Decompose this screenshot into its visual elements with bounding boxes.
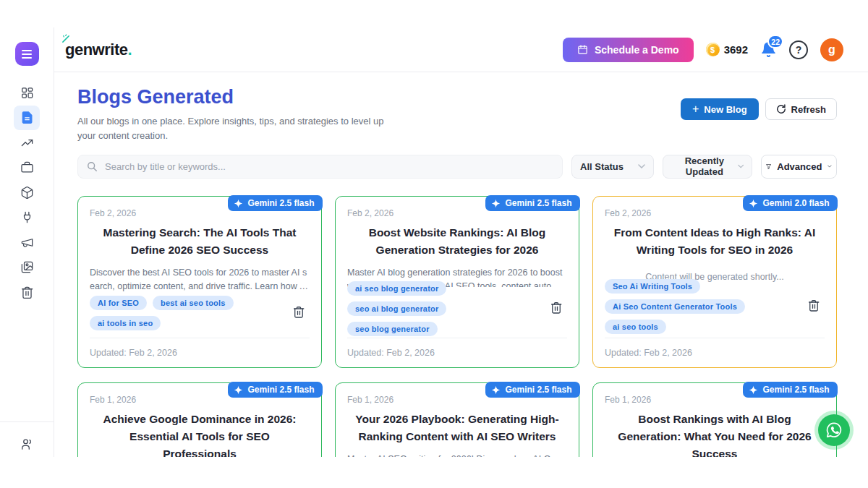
schedule-demo-button[interactable]: Schedule a Demo [563, 38, 694, 62]
app-viewport: genwrite. Schedule a Demo $ 3692 22 [0, 0, 868, 488]
sidebar-item-trash[interactable] [14, 280, 40, 305]
sidebar-item-team[interactable] [14, 432, 40, 457]
sidebar-item-blogs[interactable] [14, 106, 40, 131]
media-images-icon [20, 260, 34, 274]
card-footer: Updated: Feb 2, 2026 [347, 338, 567, 359]
analytics-trend-icon [20, 136, 34, 150]
card-title: Mastering Search: The AI Tools That Defi… [90, 224, 310, 259]
whatsapp-chat-button[interactable] [818, 414, 850, 446]
trash-icon [20, 286, 34, 299]
credits-value: 3692 [724, 43, 748, 56]
sidebar-item-briefcase[interactable] [14, 155, 40, 181]
refresh-icon [776, 104, 786, 114]
megaphone-icon [20, 236, 34, 249]
trash-icon [807, 299, 820, 312]
app-frame: genwrite. Schedule a Demo $ 3692 22 [0, 27, 868, 457]
new-blog-button[interactable]: + New Blog [681, 98, 759, 120]
sidebar-nav [14, 80, 40, 305]
calendar-icon [577, 44, 588, 55]
topbar: genwrite. Schedule a Demo $ 3692 22 [54, 27, 868, 72]
cards-grid: Gemini 2.5 flash Feb 2, 2026 Mastering S… [77, 196, 837, 457]
card-tags: Seo Ai Writing ToolsAi Seo Content Gener… [605, 279, 794, 334]
blog-card[interactable]: Gemini 2.5 flash Feb 1, 2026 Your 2026 P… [335, 382, 579, 457]
blog-tag[interactable]: seo blog generator [347, 322, 438, 336]
sidebar-item-integrations[interactable] [14, 205, 40, 231]
card-tags-row: AI for SEObest ai seo toolsai tools in s… [90, 296, 310, 330]
refresh-button[interactable]: Refresh [765, 98, 837, 120]
card-title: Boost Rankings with AI Blog Generation: … [605, 411, 825, 457]
blog-card[interactable]: Gemini 2.5 flash Feb 2, 2026 Boost Websi… [335, 196, 579, 368]
delete-blog-button[interactable] [804, 296, 823, 317]
credits-counter[interactable]: $ 3692 [706, 43, 748, 56]
coin-icon: $ [706, 43, 720, 56]
funnel-icon [766, 162, 771, 171]
page-subtitle: All our blogs in one place. Explore insi… [77, 114, 399, 143]
main-area: genwrite. Schedule a Demo $ 3692 22 [54, 27, 868, 457]
model-badge: Gemini 2.5 flash [485, 195, 579, 211]
search-icon [87, 161, 98, 172]
status-filter-select[interactable]: All Status [571, 155, 654, 179]
card-updated-date: Updated: Feb 2, 2026 [605, 348, 692, 358]
model-badge: Gemini 2.5 flash [228, 195, 322, 211]
card-updated-date: Updated: Feb 2, 2026 [90, 348, 177, 358]
model-badge-label: Gemini 2.5 flash [505, 385, 571, 395]
sidebar-bottom-section [0, 421, 54, 457]
gemini-sparkle-icon [234, 385, 243, 395]
dashboard-icon [20, 86, 34, 100]
delete-blog-button[interactable] [289, 302, 308, 323]
card-footer: Updated: Feb 2, 2026 [90, 338, 310, 359]
blog-tag[interactable]: ai seo blog generator [347, 281, 446, 296]
blog-tag[interactable]: Seo Ai Writing Tools [605, 279, 700, 294]
blog-tag[interactable]: AI for SEO [90, 296, 147, 310]
blog-card[interactable]: Gemini 2.5 flash Feb 2, 2026 Mastering S… [77, 196, 322, 368]
avatar[interactable]: g [820, 38, 843, 61]
model-badge-label: Gemini 2.5 flash [762, 385, 829, 395]
card-tags-row: ai seo blog generatorseo ai blog generat… [347, 287, 567, 330]
sidebar-item-media[interactable] [14, 255, 40, 281]
chevron-down-icon [827, 164, 832, 168]
model-badge-label: Gemini 2.5 flash [247, 198, 314, 208]
model-badge: Gemini 2.5 flash [743, 382, 837, 398]
search-box [77, 155, 563, 179]
notification-count-badge: 22 [767, 35, 783, 48]
card-updated-date: Updated: Feb 2, 2026 [347, 348, 435, 358]
blog-tag[interactable]: best ai seo tools [153, 296, 234, 310]
sidebar [0, 27, 54, 457]
help-button[interactable]: ? [789, 40, 808, 59]
sort-filter-select[interactable]: Recently Updated [663, 155, 752, 179]
blog-card[interactable]: Gemini 2.5 flash Feb 1, 2026 Boost Ranki… [592, 382, 837, 457]
sidebar-item-dashboard[interactable] [14, 80, 40, 106]
whatsapp-icon [825, 421, 843, 440]
sidebar-toggle-button[interactable] [15, 42, 39, 66]
blog-tag[interactable]: seo ai blog generator [347, 301, 446, 316]
title-row: Blogs Generated All our blogs in one pla… [77, 87, 837, 143]
gemini-sparkle-icon [234, 199, 243, 208]
card-description: Discover the best AI SEO tools for 2026 … [90, 266, 310, 294]
model-badge-label: Gemini 2.5 flash [505, 198, 571, 208]
blog-card[interactable]: Gemini 2.5 flash Feb 1, 2026 Achieve Goo… [77, 382, 322, 457]
search-input[interactable] [103, 160, 553, 173]
gemini-sparkle-icon [491, 199, 501, 208]
sidebar-item-campaigns[interactable] [14, 230, 40, 255]
plug-integration-icon [20, 210, 34, 224]
sidebar-item-products[interactable] [14, 180, 40, 205]
blog-tag[interactable]: ai tools in seo [90, 316, 161, 330]
card-description: Master AI SEO writing for 2026! Discover… [347, 453, 567, 457]
advanced-filter-button[interactable]: Advanced [761, 155, 837, 179]
package-box-icon [20, 186, 34, 200]
model-badge-label: Gemini 2.0 flash [762, 198, 829, 208]
model-badge: Gemini 2.0 flash [743, 195, 837, 211]
sidebar-item-analytics[interactable] [14, 130, 40, 155]
blog-tag[interactable]: ai seo tools [605, 320, 666, 334]
logo-text: genwrite [65, 40, 127, 59]
logo-pen-icon [61, 34, 71, 43]
blog-tag[interactable]: Ai Seo Content Generator Tools [605, 299, 745, 314]
chevron-down-icon [738, 164, 744, 168]
model-badge: Gemini 2.5 flash [228, 382, 322, 398]
logo[interactable]: genwrite. [65, 40, 132, 59]
card-tags: AI for SEObest ai seo toolsai tools in s… [90, 296, 279, 330]
blog-card[interactable]: Gemini 2.0 flash Feb 2, 2026 From Conten… [592, 196, 837, 368]
notifications-button[interactable]: 22 [760, 41, 777, 58]
card-title: From Content Ideas to High Ranks: AI Wri… [605, 224, 825, 259]
delete-blog-button[interactable] [547, 299, 566, 320]
